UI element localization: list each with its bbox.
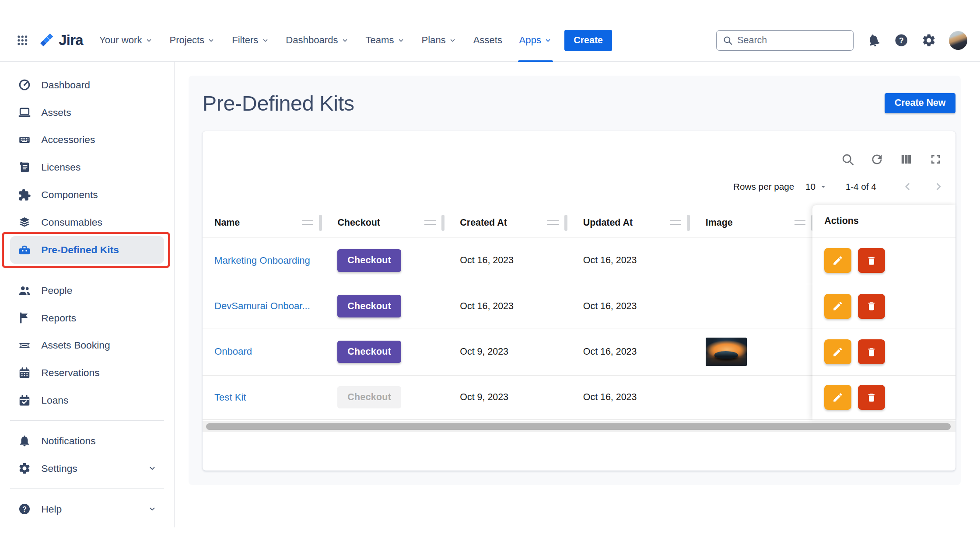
nav-item-teams[interactable]: Teams [365, 19, 404, 61]
pencil-icon [832, 346, 844, 358]
pencil-icon [832, 255, 844, 266]
card-footer [203, 432, 956, 470]
nav-item-apps[interactable]: Apps [519, 19, 552, 61]
checkout-button[interactable]: Checkout [337, 295, 401, 317]
kit-name-link[interactable]: DevSamurai Onboar... [214, 300, 310, 312]
edit-button[interactable] [824, 248, 851, 273]
prev-page-button[interactable] [901, 181, 914, 193]
delete-button[interactable] [858, 248, 885, 273]
chevron-down-icon [397, 37, 405, 44]
sidebar-item-label: Components [41, 189, 98, 201]
trash-icon [866, 392, 877, 403]
table-toolbar [203, 131, 956, 171]
nav-item-label: Assets [473, 35, 502, 46]
checkout-button[interactable]: Checkout [337, 249, 401, 272]
sidebar-item-accessories[interactable]: Accessories [10, 126, 164, 154]
global-search[interactable] [716, 30, 854, 51]
help-circle-icon [18, 502, 31, 516]
sidebar-item-assets[interactable]: Assets [10, 99, 164, 126]
sidebar-item-reports[interactable]: Reports [10, 304, 164, 332]
nav-item-projects[interactable]: Projects [169, 19, 215, 61]
sidebar-item-notifications[interactable]: Notifications [10, 427, 164, 455]
rows-per-page-value: 10 [805, 181, 816, 192]
user-avatar[interactable] [949, 31, 968, 50]
column-header-image[interactable]: Image [688, 209, 812, 237]
create-new-button[interactable]: Create New [885, 93, 956, 113]
sidebar-item-assets-booking[interactable]: Assets Booking [10, 331, 164, 359]
sidebar-item-reservations[interactable]: Reservations [10, 359, 164, 387]
column-drag-handle-icon[interactable] [670, 220, 681, 225]
sidebar-item-pre-defined-kits[interactable]: Pre-Defined Kits [10, 236, 164, 264]
delete-button[interactable] [858, 385, 885, 410]
edit-button[interactable] [824, 339, 851, 364]
sidebar-item-label: Assets [41, 107, 71, 119]
table-columns-icon[interactable] [898, 151, 914, 167]
next-page-button[interactable] [932, 181, 945, 193]
sidebar-section-people: People Reports Assets Booking Reservatio… [0, 277, 174, 414]
pencil-icon [832, 300, 844, 312]
help-icon[interactable] [894, 33, 909, 48]
column-drag-handle-icon[interactable] [794, 220, 806, 225]
search-input[interactable] [737, 35, 847, 46]
rows-per-page-select[interactable]: 10 [805, 181, 828, 192]
chevron-down-icon [544, 37, 552, 44]
column-header-created-at[interactable]: Created At [442, 209, 565, 237]
sidebar-divider [10, 270, 164, 270]
jira-logo-text: Jira [59, 32, 83, 49]
edit-button[interactable] [824, 385, 851, 410]
nav-item-label: Teams [365, 35, 394, 46]
checkout-button[interactable]: Checkout [337, 341, 401, 363]
horizontal-scrollbar-thumb[interactable] [206, 423, 950, 429]
sidebar-item-dashboard[interactable]: Dashboard [10, 71, 164, 99]
sidebar-item-label: Licenses [41, 161, 80, 173]
sidebar-item-label: Settings [41, 463, 77, 474]
column-drag-handle-icon[interactable] [424, 220, 436, 225]
table-search-icon[interactable] [840, 151, 856, 167]
sidebar-item-help[interactable]: Help [10, 495, 164, 523]
delete-button[interactable] [858, 339, 885, 364]
column-drag-handle-icon[interactable] [547, 220, 559, 225]
column-header-name[interactable]: Name [203, 209, 320, 237]
sidebar-item-licenses[interactable]: Licenses [10, 153, 164, 181]
sidebar-item-label: Help [41, 503, 62, 515]
delete-button[interactable] [858, 294, 885, 319]
kit-name-link[interactable]: Test Kit [214, 392, 246, 403]
sidebar-item-label: Dashboard [41, 79, 90, 91]
sidebar-item-settings[interactable]: Settings [10, 455, 164, 482]
kits-table: Name Checkout Created At Updated At Imag… [203, 209, 956, 420]
sidebar-item-label: Accessories [41, 134, 95, 146]
row-actions [812, 328, 956, 375]
column-header-updated-at[interactable]: Updated At [566, 209, 688, 237]
table-refresh-icon[interactable] [869, 151, 885, 167]
sidebar-item-consumables[interactable]: Consumables [10, 209, 164, 236]
edit-button[interactable] [824, 294, 851, 319]
app-body: Dashboard Assets Accessories Licenses Co… [0, 62, 980, 527]
create-button[interactable]: Create [564, 30, 612, 51]
kit-name-link[interactable]: Onboard [214, 346, 252, 357]
nav-item-filters[interactable]: Filters [232, 19, 269, 61]
sidebar-item-components[interactable]: Components [10, 181, 164, 209]
column-drag-handle-icon[interactable] [302, 220, 313, 225]
app-switcher-button[interactable] [13, 31, 33, 51]
nav-item-plans[interactable]: Plans [421, 19, 456, 61]
sidebar-item-loans[interactable]: Loans [10, 387, 164, 414]
jira-logo[interactable]: Jira [39, 32, 83, 49]
sidebar-item-label: Loans [41, 394, 68, 406]
chevron-down-icon [148, 464, 157, 473]
sidebar-item-people[interactable]: People [10, 277, 164, 304]
main-panel: Pre-Defined Kits Create New Rows per pag… [189, 76, 960, 485]
jira-mark-icon [39, 32, 55, 49]
kit-name-link[interactable]: Marketing Onboarding [214, 255, 310, 266]
column-header-checkout[interactable]: Checkout [320, 209, 442, 237]
sidebar-item-label: Pre-Defined Kits [41, 244, 119, 256]
nav-item-your-work[interactable]: Your work [99, 19, 153, 61]
table-fullscreen-icon[interactable] [928, 151, 944, 167]
trash-icon [866, 346, 877, 358]
notifications-bell-icon[interactable] [864, 31, 883, 50]
gear-icon [18, 462, 31, 475]
settings-gear-icon[interactable] [921, 33, 936, 48]
nav-item-dashboards[interactable]: Dashboards [286, 19, 349, 61]
chevron-down-icon [341, 37, 349, 44]
nav-item-assets[interactable]: Assets [473, 19, 502, 61]
calendar-check-icon [18, 394, 31, 407]
